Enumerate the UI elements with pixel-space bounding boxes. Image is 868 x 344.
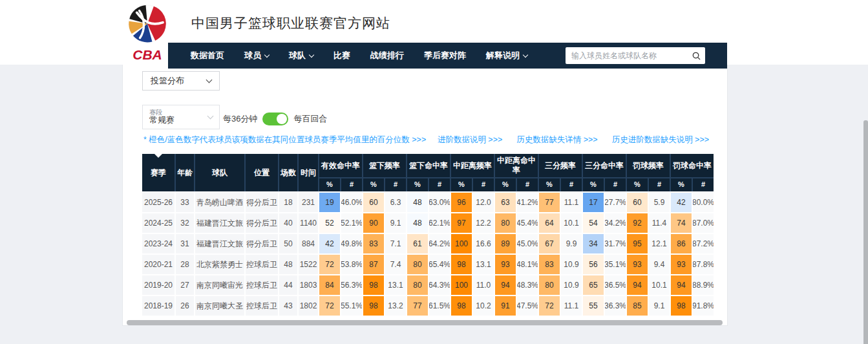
cell-minutes: 884 [299, 234, 318, 253]
cell-team: 福建晋江文旅 [195, 213, 244, 233]
cell-value: 47.5% [517, 296, 538, 316]
cell-percentile: 61 [407, 234, 428, 253]
sub-header-num[interactable]: # [649, 178, 670, 191]
cell-season: 2023-24 [142, 234, 175, 253]
toggle-knob [277, 114, 287, 124]
nav-item-2[interactable]: 球队 [289, 50, 313, 61]
cell-percentile: 48 [407, 193, 428, 212]
cell-value: 13.2 [385, 296, 406, 316]
cell-position: 得分后卫 [246, 193, 278, 212]
cell-percentile: 93 [671, 255, 692, 274]
sub-header-pct[interactable]: % [583, 178, 604, 191]
help-link-2[interactable]: 历史进阶数据缺失说明 >>> [612, 134, 709, 145]
column-header-2[interactable]: 球队 [195, 154, 244, 191]
column-header-4[interactable]: 场数 [279, 154, 297, 191]
stat-category-dropdown[interactable]: 投篮分布 [142, 71, 220, 91]
cell-value: 5.9 [649, 193, 670, 212]
cell-value: 49.8% [341, 234, 362, 253]
help-links: 进阶数据说明 >>>历史数据缺失详情 >>>历史进阶数据缺失说明 >>> [438, 134, 709, 145]
cell-value: 13.1 [473, 255, 494, 274]
table-horizontal-scrollbar[interactable] [127, 320, 723, 325]
sub-header-num[interactable]: # [517, 178, 538, 191]
sub-header-num[interactable]: # [341, 178, 362, 191]
cell-games: 44 [279, 275, 297, 295]
nav-item-1[interactable]: 球员 [244, 50, 269, 61]
sub-header-num[interactable]: # [561, 178, 582, 191]
nav-item-5[interactable]: 季后赛对阵 [424, 50, 466, 61]
sub-header-pct[interactable]: % [671, 178, 692, 191]
nav-item-4[interactable]: 战绩排行 [370, 50, 404, 61]
cell-percentile: 90 [363, 213, 384, 233]
per-100-possessions-label: 每百回合 [293, 113, 327, 125]
cell-value: 87.0% [693, 213, 714, 233]
cell-value: 41.2% [517, 193, 538, 212]
sub-header-num[interactable]: # [473, 178, 494, 191]
cell-value: 9.1 [385, 213, 406, 233]
cell-percentile: 91 [495, 296, 516, 316]
sub-header-pct[interactable]: % [319, 178, 340, 191]
cell-value: 91.8% [693, 296, 714, 316]
group-header-0[interactable]: 有效命中率 [319, 154, 362, 177]
cell-percentile: 83 [539, 255, 560, 274]
cell-percentile: 80 [407, 255, 428, 274]
group-header-8[interactable]: 罚球命中率 [671, 154, 714, 177]
cell-value: 11.1 [561, 296, 582, 316]
group-header-7[interactable]: 罚球频率 [627, 154, 670, 177]
cell-value: 65.4% [429, 255, 450, 274]
cell-percentile: 72 [319, 296, 340, 316]
help-link-0[interactable]: 进阶数据说明 >>> [438, 134, 502, 145]
nav-item-6[interactable]: 解释说明 [486, 50, 527, 61]
cell-season: 2018-19 [142, 296, 175, 316]
help-link-1[interactable]: 历史数据缺失详情 >>> [516, 134, 597, 145]
cell-percentile: 65 [583, 275, 604, 295]
search-input[interactable] [571, 51, 692, 60]
cell-percentile: 98 [451, 296, 472, 316]
group-header-2[interactable]: 篮下命中率 [407, 154, 450, 177]
cell-percentile: 17 [583, 193, 604, 212]
sub-header-pct[interactable]: % [627, 178, 648, 191]
stage-dropdown[interactable]: 赛段 常规赛 [142, 105, 220, 129]
stats-table-body: 2025-2633青岛崂山啤酒得分后卫182311946.0%606.34863… [142, 193, 714, 316]
cell-value: 35.1% [605, 255, 626, 274]
percentile-note-link[interactable]: * 橙色/蓝色数字代表球员该项数据在其同位置球员赛季平均值里的百分位数 >>> [143, 134, 426, 145]
cell-value: 11.1 [561, 193, 582, 212]
cell-value: 88.9% [693, 275, 714, 295]
cell-value: 12.2 [473, 213, 494, 233]
column-header-1[interactable]: 年龄 [176, 154, 194, 191]
cell-percentile: 77 [407, 296, 428, 316]
cell-value: 9.1 [649, 296, 670, 316]
search-icon[interactable] [692, 51, 701, 61]
sub-header-pct[interactable]: % [495, 178, 516, 191]
cell-percentile: 42 [671, 193, 692, 212]
cell-percentile: 54 [583, 213, 604, 233]
sub-header-pct[interactable]: % [539, 178, 560, 191]
cell-age: 33 [176, 193, 194, 212]
cell-value: 27.7% [605, 193, 626, 212]
nav-item-0[interactable]: 数据首页 [191, 50, 224, 61]
sub-header-num[interactable]: # [429, 178, 450, 191]
sub-header-pct[interactable]: % [451, 178, 472, 191]
sub-header-pct[interactable]: % [407, 178, 428, 191]
sub-header-num[interactable]: # [385, 178, 406, 191]
column-header-0[interactable]: 赛季 [142, 154, 175, 191]
sub-header-pct[interactable]: % [363, 178, 384, 191]
cba-logo: CBA [125, 4, 169, 63]
group-header-3[interactable]: 中距离频率 [451, 154, 494, 177]
cell-value: 12.1 [649, 234, 670, 253]
group-header-5[interactable]: 三分频率 [539, 154, 582, 177]
cell-season: 2024-25 [142, 213, 175, 233]
sub-header-num[interactable]: # [693, 178, 714, 191]
group-header-4[interactable]: 中距离命中率 [495, 154, 538, 177]
per-possession-toggle[interactable] [262, 113, 288, 125]
cell-value: 80.0% [693, 193, 714, 212]
column-header-3[interactable]: 位置 [246, 154, 278, 191]
page-vertical-scrollbar[interactable] [863, 120, 868, 344]
rate-mode-toggle-row: 每36分钟 每百回合 [223, 113, 327, 125]
group-header-1[interactable]: 篮下频率 [363, 154, 406, 177]
column-header-5[interactable]: 时间 [299, 154, 318, 191]
group-header-6[interactable]: 三分命中率 [583, 154, 626, 177]
nav-item-3[interactable]: 比赛 [333, 50, 350, 61]
cell-percentile: 80 [495, 213, 516, 233]
cell-percentile: 97 [451, 213, 472, 233]
sub-header-num[interactable]: # [605, 178, 626, 191]
